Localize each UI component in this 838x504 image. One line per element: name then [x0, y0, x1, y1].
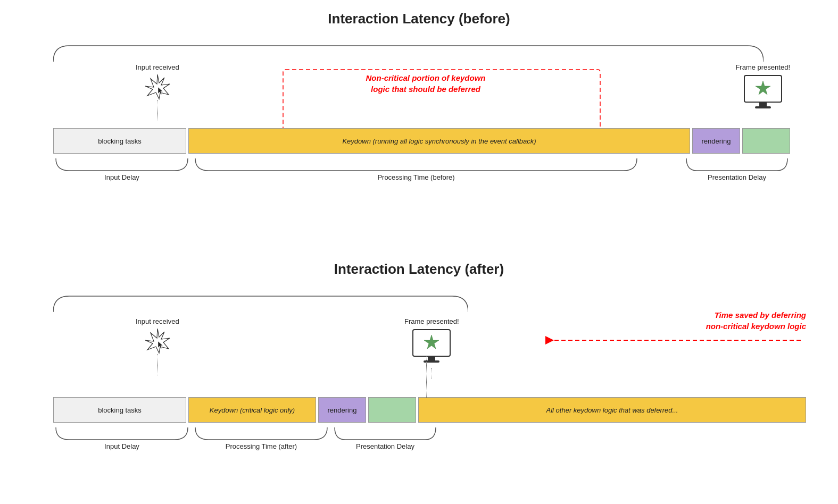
- frame-presented-label-before: Frame presented!: [735, 63, 790, 71]
- block-rendering-after: rendering: [318, 397, 366, 423]
- after-title: Interaction Latency (after): [21, 261, 817, 278]
- input-received-label-after: Input received: [136, 317, 179, 325]
- label-presentation-after: Presentation Delay: [332, 442, 438, 450]
- label-processing-after: Processing Time (after): [193, 442, 330, 450]
- frame-presented-label-after: Frame presented!: [404, 317, 459, 325]
- before-diagram: Interaction Latency (before) Input recei…: [21, 11, 817, 224]
- label-input-delay-after: Input Delay: [53, 442, 190, 450]
- svg-rect-3: [759, 102, 767, 106]
- blocks-row-before: blocking tasks Keydown (running all logi…: [53, 128, 790, 154]
- label-processing-before: Processing Time (before): [193, 173, 640, 181]
- block-rendering-before: rendering: [692, 128, 740, 154]
- block-green-before: [742, 128, 790, 154]
- frame-dotted-line-after: [426, 356, 427, 398]
- svg-marker-9: [145, 329, 170, 353]
- block-green-after: [368, 397, 416, 423]
- monitor-icon-before: [742, 74, 784, 112]
- label-presentation-before: Presentation Delay: [684, 173, 790, 181]
- before-title: Interaction Latency (before): [21, 11, 817, 27]
- monitor-icon-after: [410, 329, 453, 366]
- svg-rect-12: [428, 356, 435, 360]
- brace-processing-after: [193, 426, 330, 442]
- time-saved-arrow: [540, 335, 806, 346]
- starburst-before: [144, 73, 171, 100]
- brace-presentation-before: [684, 157, 790, 173]
- brace-presentation-after: [332, 426, 438, 442]
- top-brace-after: [53, 293, 468, 315]
- block-keydown-before: Keydown (running all logic synchronously…: [188, 128, 690, 154]
- svg-rect-4: [755, 106, 771, 108]
- after-diagram: Interaction Latency (after) Time saved b…: [21, 261, 817, 495]
- brace-input-delay-before: [53, 157, 190, 173]
- block-keydown-after: Keydown (critical logic only): [188, 397, 316, 423]
- block-blocking-before: blocking tasks: [53, 128, 186, 154]
- brace-input-delay-after: [53, 426, 190, 442]
- starburst-after: [144, 327, 171, 354]
- annotation-text-after: Time saved by deferring non-critical key…: [540, 309, 806, 332]
- input-received-label-before: Input received: [136, 63, 179, 71]
- brace-processing-before: [193, 157, 640, 173]
- top-brace-before: [53, 43, 764, 64]
- block-deferred-after: All other keydown logic that was deferre…: [418, 397, 806, 423]
- blocks-row-after: blocking tasks Keydown (critical logic o…: [53, 397, 806, 423]
- block-blocking-after: blocking tasks: [53, 397, 186, 423]
- label-input-delay-before: Input Delay: [53, 173, 190, 181]
- svg-marker-0: [145, 74, 170, 99]
